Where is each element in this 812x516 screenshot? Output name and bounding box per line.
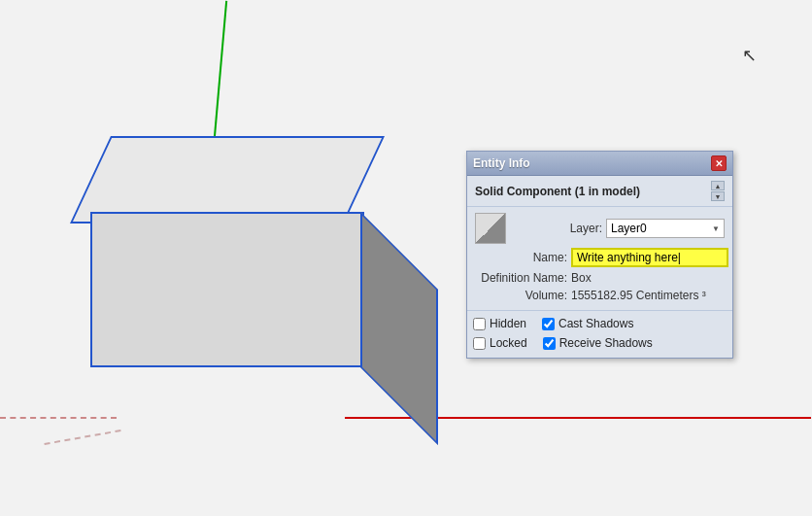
component-thumbnail [475, 213, 506, 244]
definition-label: Definition Name: [475, 271, 567, 285]
cast-shadows-checkbox[interactable] [542, 318, 555, 330]
cast-shadows-checkbox-item[interactable]: Cast Shadows [542, 317, 633, 330]
volume-row: Volume: 1555182.95 Centimeters ³ [475, 289, 725, 302]
hidden-checkbox[interactable] [473, 318, 486, 330]
3d-viewport[interactable]: ↖ Entity Info ✕ Solid Component (1 in mo… [0, 0, 812, 516]
component-type-label: Solid Component (1 in model) [475, 185, 640, 198]
entity-info-panel: Entity Info ✕ Solid Component (1 in mode… [466, 151, 733, 359]
bottom-axis-dashed [44, 430, 120, 445]
cast-shadows-label: Cast Shadows [558, 317, 633, 330]
name-label: Name: [475, 251, 567, 264]
scroll-down[interactable]: ▼ [711, 191, 725, 201]
volume-label: Volume: [475, 289, 567, 302]
dropdown-arrow-icon: ▼ [712, 224, 720, 233]
locked-checkbox[interactable] [473, 337, 486, 350]
divider [467, 310, 732, 311]
locked-label: Locked [490, 336, 527, 350]
panel-title: Entity Info [473, 156, 530, 170]
hidden-checkbox-item[interactable]: Hidden [473, 317, 526, 330]
layer-field-row: Layer: Layer0 ▼ [510, 219, 725, 238]
panel-body: Layer: Layer0 ▼ Name: Definition Nam [467, 207, 732, 308]
name-input[interactable] [571, 248, 728, 267]
panel-close-button[interactable]: ✕ [711, 155, 727, 171]
red-axis-dashed [0, 417, 117, 419]
box-front-face [90, 212, 364, 367]
layer-dropdown-value: Layer0 [611, 222, 647, 235]
scroll-up[interactable]: ▲ [711, 181, 725, 190]
receive-shadows-label: Receive Shadows [559, 336, 653, 350]
panel-titlebar: Entity Info ✕ [467, 152, 732, 176]
receive-shadows-checkbox-item[interactable]: Receive Shadows [543, 336, 653, 350]
layer-label: Layer: [510, 222, 602, 235]
checkboxes-row-1: Hidden Cast Shadows [467, 313, 732, 332]
hidden-label: Hidden [490, 317, 526, 330]
receive-shadows-checkbox[interactable] [543, 337, 556, 350]
layer-row: Layer: Layer0 ▼ [475, 213, 725, 244]
checkboxes-row-2: Locked Receive Shadows [467, 332, 732, 352]
scroll-control[interactable]: ▲ ▼ [711, 181, 725, 201]
definition-value: Box [571, 271, 725, 285]
definition-name-row: Definition Name: Box [475, 271, 725, 285]
volume-value: 1555182.95 Centimeters ³ [571, 289, 725, 302]
locked-checkbox-item[interactable]: Locked [473, 336, 527, 350]
box-top-face [70, 136, 385, 224]
box-right-face [360, 212, 438, 445]
mouse-cursor: ↖ [742, 45, 754, 62]
name-row: Name: [475, 248, 725, 267]
panel-subheader: Solid Component (1 in model) ▲ ▼ [467, 176, 732, 207]
layer-dropdown[interactable]: Layer0 ▼ [606, 219, 725, 238]
